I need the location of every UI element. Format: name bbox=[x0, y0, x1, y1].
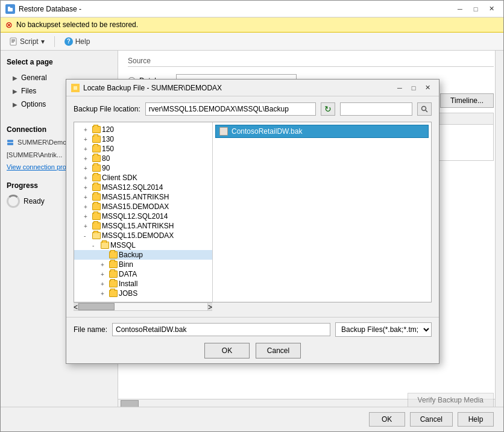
expand-icon-mssql: - bbox=[92, 242, 99, 249]
tree-item-label-80: 80 bbox=[102, 154, 110, 163]
scroll-right-btn[interactable]: > bbox=[207, 303, 212, 310]
svg-rect-9 bbox=[74, 86, 77, 90]
tree-item-120[interactable]: + 120 bbox=[74, 125, 212, 134]
folder-icon-data bbox=[109, 271, 118, 278]
tree-item-label-msas15-demodax: MSAS15.DEMODAX bbox=[102, 202, 169, 211]
modal-title-text: Locate Backup File - SUMMER\DEMODAX bbox=[83, 84, 222, 92]
folder-icon-mssql15-demodax bbox=[92, 232, 101, 239]
modal-action-row: OK Cancel bbox=[74, 343, 432, 358]
tree-item-client-sdk[interactable]: + Client SDK bbox=[74, 173, 212, 183]
tree-item-label-backup: Backup bbox=[119, 251, 143, 259]
expand-icon-jobs: + bbox=[101, 290, 108, 297]
filename-row: File name: Backup Files(*.bak;*.tm;*.log… bbox=[74, 322, 432, 337]
tree-item-msas12[interactable]: + MSAS12.SQL2014 bbox=[74, 183, 212, 192]
expand-icon-msas15-demodax: + bbox=[84, 204, 91, 210]
file-item-contoso[interactable]: ContosoRetailDW.bak bbox=[215, 125, 429, 138]
folder-icon-130 bbox=[92, 136, 101, 143]
expand-icon-mssql15-antriksh: + bbox=[84, 223, 91, 230]
folder-icon-80 bbox=[92, 155, 101, 162]
tree-item-130[interactable]: + 130 bbox=[74, 134, 212, 144]
svg-line-11 bbox=[426, 110, 427, 112]
refresh-icon: ↻ bbox=[324, 104, 332, 114]
filename-input[interactable] bbox=[112, 323, 330, 336]
tree-item-data[interactable]: + DATA bbox=[74, 269, 212, 279]
modal-close-button[interactable]: ✕ bbox=[421, 82, 434, 94]
modal-bottom: File name: Backup Files(*.bak;*.tm;*.log… bbox=[66, 317, 439, 363]
tree-item-90[interactable]: + 90 bbox=[74, 163, 212, 173]
expand-icon-80: + bbox=[84, 155, 91, 162]
filename-label: File name: bbox=[74, 325, 107, 334]
tree-item-msas15-antriksh[interactable]: + MSAS15.ANTRIKSH bbox=[74, 192, 212, 202]
expand-icon-150: + bbox=[84, 146, 91, 152]
expand-icon-client-sdk: + bbox=[84, 175, 91, 181]
tree-item-mssql[interactable]: - MSSQL bbox=[74, 240, 212, 250]
locate-backup-dialog: Locate Backup File - SUMMER\DEMODAX ─ □ … bbox=[66, 79, 439, 364]
tree-item-label-150: 150 bbox=[102, 145, 114, 153]
tree-item-mssql12[interactable]: + MSSQL12.SQL2014 bbox=[74, 211, 212, 221]
tree-item-msas15-demodax[interactable]: + MSAS15.DEMODAX bbox=[74, 202, 212, 211]
folder-icon-msas15-antriksh bbox=[92, 193, 101, 201]
tree-item-150[interactable]: + 150 bbox=[74, 144, 212, 154]
folder-icon-backup bbox=[109, 251, 118, 258]
modal-title-icon bbox=[71, 84, 80, 92]
expand-icon-binn: + bbox=[101, 261, 108, 268]
expand-icon-mssql12: + bbox=[84, 213, 91, 220]
tree-item-label-binn: Binn bbox=[119, 260, 133, 269]
tree-item-mssql15-antriksh[interactable]: + MSSQL15.ANTRIKSH bbox=[74, 221, 212, 231]
tree-item-label-130: 130 bbox=[102, 135, 114, 143]
tree-item-label-90: 90 bbox=[102, 164, 110, 172]
tree-item-install[interactable]: + Install bbox=[74, 279, 212, 289]
folder-icon-150 bbox=[92, 145, 101, 152]
modal-ok-button[interactable]: OK bbox=[204, 343, 250, 358]
folder-icon-install bbox=[109, 280, 118, 287]
modal-minimize-button[interactable]: ─ bbox=[393, 82, 406, 94]
search-icon bbox=[421, 105, 428, 113]
folder-icon-mssql bbox=[101, 242, 109, 249]
filetype-select[interactable]: Backup Files(*.bak;*.tm;*.log) All Files… bbox=[335, 322, 432, 337]
scroll-thumb-h bbox=[78, 303, 115, 310]
tree-item-label-mssql12: MSSQL12.SQL2014 bbox=[102, 212, 168, 221]
tree-item-label-jobs: JOBS bbox=[119, 289, 137, 298]
refresh-button[interactable]: ↻ bbox=[321, 102, 335, 116]
file-browser: + 120 + 130 + 150 bbox=[74, 122, 432, 302]
modal-title-left: Locate Backup File - SUMMER\DEMODAX bbox=[71, 84, 222, 92]
expand-icon-130: + bbox=[84, 136, 91, 143]
tree-horizontal-scrollbar[interactable]: < > bbox=[74, 302, 212, 311]
file-location-label: Backup File location: bbox=[74, 105, 140, 113]
expand-icon-data: + bbox=[101, 271, 108, 278]
scroll-left-btn[interactable]: < bbox=[74, 303, 78, 310]
folder-icon-mssql15-antriksh bbox=[92, 222, 101, 230]
modal-overlay: Locate Backup File - SUMMER\DEMODAX ─ □ … bbox=[1, 1, 503, 431]
file-panel: ContosoRetailDW.bak bbox=[213, 122, 431, 302]
tree-item-label-mssql15-demodax: MSSQL15.DEMODAX bbox=[102, 231, 174, 240]
folder-icon-120 bbox=[92, 126, 101, 133]
modal-body: Backup File location: ↻ bbox=[66, 96, 439, 317]
tree-item-jobs[interactable]: + JOBS bbox=[74, 289, 212, 298]
tree-item-binn[interactable]: + Binn bbox=[74, 260, 212, 269]
tree-item-label-client-sdk: Client SDK bbox=[102, 174, 137, 182]
expand-icon-install: + bbox=[101, 281, 108, 287]
svg-point-10 bbox=[422, 107, 426, 111]
folder-icon-client-sdk bbox=[92, 174, 101, 181]
folder-icon-90 bbox=[92, 164, 101, 172]
modal-maximize-button[interactable]: □ bbox=[407, 82, 420, 94]
tree-item-label-msas15-antriksh: MSAS15.ANTRIKSH bbox=[102, 193, 169, 201]
file-location-row: Backup File location: ↻ bbox=[74, 102, 432, 116]
expand-icon-msas15-antriksh: + bbox=[84, 194, 91, 201]
file-location-input[interactable] bbox=[145, 102, 316, 116]
expand-icon-90: + bbox=[84, 165, 91, 172]
tree-item-label-mssql15-antriksh: MSSQL15.ANTRIKSH bbox=[102, 222, 174, 230]
main-window: Restore Database - ─ □ ✕ ⊗ No backupset … bbox=[0, 0, 504, 432]
modal-title-bar: Locate Backup File - SUMMER\DEMODAX ─ □ … bbox=[66, 80, 439, 96]
tree-item-backup[interactable]: Backup bbox=[74, 250, 212, 260]
expand-icon-mssql15-demodax: - bbox=[84, 233, 91, 239]
search-input[interactable] bbox=[340, 102, 412, 116]
folder-icon-binn bbox=[109, 261, 118, 268]
modal-cancel-button[interactable]: Cancel bbox=[256, 343, 301, 358]
tree-item-80[interactable]: + 80 bbox=[74, 154, 212, 163]
search-button[interactable] bbox=[417, 102, 432, 116]
file-item-label: ContosoRetailDW.bak bbox=[232, 127, 302, 136]
tree-item-mssql15-demodax[interactable]: - MSSQL15.DEMODAX bbox=[74, 231, 212, 240]
folder-icon-msas15-demodax bbox=[92, 203, 101, 210]
tree-item-label-data: DATA bbox=[119, 270, 137, 278]
